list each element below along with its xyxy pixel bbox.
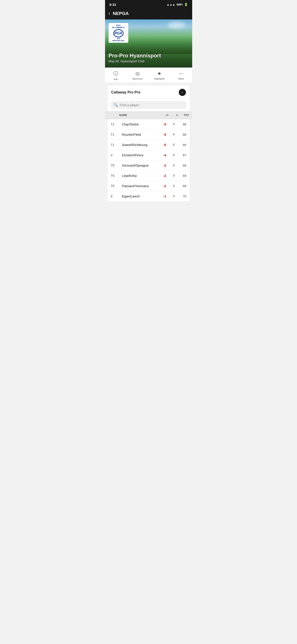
cell-total: 66: [175, 143, 186, 147]
cell-score: -1: [153, 194, 166, 198]
tab-sponsors-label: Sponsors: [133, 77, 143, 80]
cell-player-name: Rourke/Field: [122, 132, 153, 136]
highlights-icon: ★: [157, 71, 162, 76]
cell-score: -2: [153, 164, 166, 167]
cell-player-name: Einstein/Peery: [122, 153, 153, 157]
cell-position: T1: [111, 122, 122, 126]
hero-section: PGA OF AMERICA PGA 1916 NEW ENGLAND Pro-…: [105, 20, 192, 68]
tab-info[interactable]: ⓘ Info: [105, 68, 127, 83]
cell-player-name: Girouard/Sprague: [122, 164, 153, 167]
cell-position: T5: [111, 184, 122, 188]
table-header: NAME +/- # TOT: [105, 111, 192, 119]
col-total-header: TOT: [178, 114, 189, 117]
cell-total: 70: [175, 194, 186, 198]
signal-icon: ▲▲▲: [167, 3, 175, 6]
search-input[interactable]: [120, 103, 184, 107]
table-row[interactable]: 4 Einstein/Peery -4 F 67: [108, 150, 190, 160]
cell-hole: F: [166, 143, 175, 147]
cell-total: 69: [175, 184, 186, 188]
cell-score: -5: [153, 143, 166, 147]
cell-score: -2: [153, 184, 166, 188]
status-time: 9:32: [109, 3, 116, 6]
logo-year: 1916: [117, 38, 120, 39]
status-bar: 9:32 ▲▲▲ WiFi 🔋: [105, 0, 192, 8]
cell-total: 67: [175, 154, 186, 157]
table-row[interactable]: T1 Clay/Stolze -5 F 66: [108, 119, 190, 130]
back-button[interactable]: ‹: [109, 10, 110, 16]
cell-hole: F: [166, 154, 175, 157]
table-row[interactable]: T5 Leja/Kirby -2 F 69: [108, 170, 190, 181]
logo-circle: PGA: [113, 29, 124, 37]
main-content: Callaway Pro Pro › 🔍 NAME +/- # TOT T1 C…: [105, 86, 192, 206]
cell-hole: F: [166, 164, 175, 167]
cell-player-name: Leja/Kirby: [122, 174, 153, 178]
info-icon: ⓘ: [113, 70, 118, 77]
arrow-right-icon: ›: [182, 90, 183, 94]
tournament-header: Callaway Pro Pro ›: [108, 86, 190, 99]
tab-info-label: Info: [114, 78, 118, 80]
hero-text-block: Pro-Pro Hyannisport May 29, Hyannisport …: [109, 52, 189, 63]
cell-score: -2: [153, 174, 166, 178]
tab-highlights[interactable]: ★ Highlights: [149, 68, 171, 83]
cell-position: T1: [111, 143, 122, 147]
leaderboard: T1 Clay/Stolze -5 F 66 T1 Rourke/Field -…: [108, 119, 190, 201]
tournament-arrow-button[interactable]: ›: [179, 89, 186, 96]
tab-sponsors[interactable]: ◎ Sponsors: [127, 68, 149, 83]
cloud-decoration: [168, 22, 186, 28]
event-title: Pro-Pro Hyannisport: [109, 52, 189, 59]
sponsors-icon: ◎: [135, 71, 140, 76]
tab-more[interactable]: ⋯ More: [170, 68, 192, 83]
col-pos-header: [108, 114, 119, 117]
status-icons: ▲▲▲ WiFi 🔋: [167, 3, 188, 6]
tab-navigation: ⓘ Info ◎ Sponsors ★ Highlights ⋯ More: [105, 68, 192, 83]
tournament-name: Callaway Pro Pro: [111, 90, 141, 94]
logo-circle-text: PGA: [114, 31, 122, 35]
cell-position: 8: [111, 194, 122, 198]
col-name-header: NAME: [119, 114, 156, 117]
battery-icon: 🔋: [184, 3, 188, 6]
cell-player-name: Clay/Stolze: [122, 122, 153, 126]
cell-player-name: Egan/Leech: [122, 194, 153, 198]
logo-pga-text: PGA OF AMERICA: [112, 24, 125, 29]
tab-highlights-label: Highlights: [154, 77, 165, 80]
cell-position: 4: [111, 154, 122, 157]
table-row[interactable]: 8 Egan/Leech -1 F 70: [108, 191, 190, 201]
cell-total: 66: [175, 122, 186, 126]
cell-hole: F: [166, 194, 175, 198]
logo-subtitle: NEW ENGLAND: [112, 40, 124, 41]
cell-position: T1: [111, 133, 122, 136]
table-row[interactable]: T5 Paesani/Yeomans -2 F 69: [108, 181, 190, 191]
wifi-icon: WiFi: [177, 3, 183, 6]
table-row[interactable]: T5 Girouard/Sprague -2 F 69: [108, 160, 190, 170]
cell-total: 69: [175, 174, 186, 178]
cell-position: T5: [111, 164, 122, 167]
search-container: 🔍: [108, 99, 190, 111]
cell-score: -5: [153, 122, 166, 126]
cell-score: -5: [153, 132, 166, 136]
cell-player-name: Sweet/Richbourg: [122, 143, 153, 147]
nav-bar: ‹ NEPGA: [105, 8, 192, 20]
cell-player-name: Paesani/Yeomans: [122, 184, 153, 188]
cell-hole: F: [166, 133, 175, 136]
cell-hole: F: [166, 122, 175, 126]
event-subtitle: May 29, Hyannisport Club: [109, 60, 189, 63]
search-icon: 🔍: [113, 103, 118, 107]
cell-position: T5: [111, 174, 122, 178]
bottom-spacer: [105, 201, 192, 206]
cell-hole: F: [166, 174, 175, 178]
organization-logo: PGA OF AMERICA PGA 1916 NEW ENGLAND: [109, 23, 128, 43]
col-score-header: +/-: [156, 114, 169, 117]
more-icon: ⋯: [179, 71, 184, 76]
table-row[interactable]: T1 Rourke/Field -5 F 66: [108, 130, 190, 140]
table-row[interactable]: T1 Sweet/Richbourg -5 F 66: [108, 140, 190, 150]
cell-hole: F: [166, 184, 175, 188]
cell-total: 69: [175, 164, 186, 167]
search-box[interactable]: 🔍: [111, 101, 186, 109]
col-hole-header: #: [169, 114, 178, 117]
page-title: NEPGA: [113, 11, 129, 16]
cell-score: -4: [153, 153, 166, 157]
cell-total: 66: [175, 133, 186, 136]
tab-more-label: More: [178, 77, 184, 80]
